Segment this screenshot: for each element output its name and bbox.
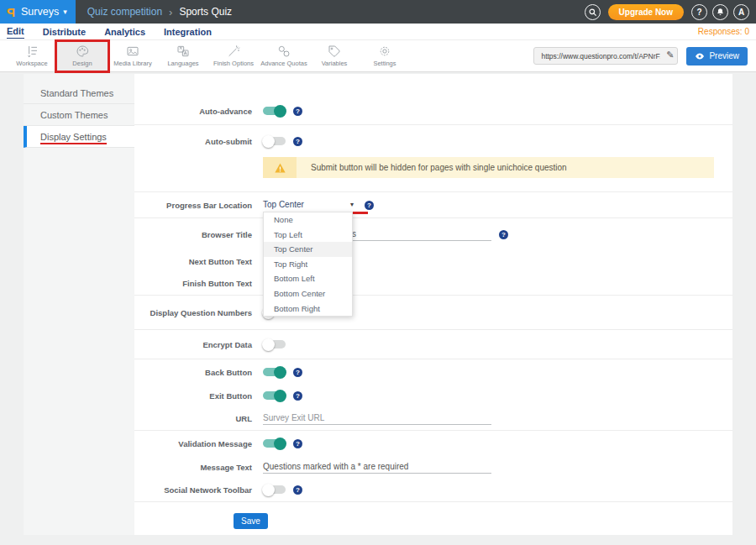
back-button-help-icon[interactable]: ? <box>293 368 302 377</box>
responses-count[interactable]: Responses: 0 <box>698 27 749 36</box>
auto-submit-label: Auto-submit <box>134 137 252 146</box>
auto-submit-row: Auto-submit ? <box>134 125 732 157</box>
auto-advance-help-icon[interactable]: ? <box>293 107 302 116</box>
help-menu-button[interactable]: ? <box>691 4 707 20</box>
dropdown-option-top-center[interactable]: Top Center <box>264 242 352 257</box>
toolbar-item-media-library[interactable]: Media Library <box>108 42 158 71</box>
social-network-toolbar-row: Social Network Toolbar ? <box>134 478 732 501</box>
preview-label: Preview <box>709 51 739 60</box>
search-icon <box>588 8 597 17</box>
toolbar-item-workspace[interactable]: Workspace <box>7 42 57 71</box>
breadcrumb-survey-name: Sports Quiz <box>179 6 232 18</box>
validation-message-help-icon[interactable]: ? <box>293 439 302 448</box>
save-button[interactable]: Save <box>234 513 268 529</box>
toolbar-item-design[interactable]: Design <box>57 42 108 71</box>
tab-integration[interactable]: Integration <box>164 25 212 39</box>
progress-bar-location-label: Progress Bar Location <box>134 201 252 210</box>
auto-advance-toggle[interactable] <box>263 107 286 115</box>
progress-bar-location-select[interactable]: Top Center ▾ <box>263 198 357 212</box>
exit-button-row: Exit Button ? <box>134 385 732 406</box>
back-button-toggle[interactable] <box>263 368 286 376</box>
divider <box>134 501 732 502</box>
progress-bar-location-dropdown: None Top Left Top Center Top Right Botto… <box>263 212 353 317</box>
exit-url-row: URL <box>134 406 732 430</box>
browser-title-help-icon[interactable]: ? <box>499 230 508 239</box>
auto-submit-warning: Submit button will be hidden for pages w… <box>263 157 714 178</box>
edit-url-pencil-icon[interactable]: ✎ <box>666 50 674 60</box>
next-button-text-row: Next Button Text <box>134 250 732 272</box>
workspace-icon <box>25 45 39 58</box>
message-text-label: Message Text <box>134 463 252 472</box>
surveys-menu[interactable]: P Surveys ▾ <box>0 0 76 24</box>
encrypt-data-toggle[interactable] <box>263 340 286 348</box>
display-settings-panel: Auto-advance ? Auto-submit ? Submit butt… <box>134 74 732 535</box>
dropdown-option-bottom-left[interactable]: Bottom Left <box>264 271 352 286</box>
auto-advance-label: Auto-advance <box>134 107 252 116</box>
dropdown-option-top-right[interactable]: Top Right <box>264 257 352 272</box>
social-network-toolbar-help-icon[interactable]: ? <box>293 485 302 495</box>
design-palette-icon <box>76 45 89 58</box>
media-library-icon <box>126 45 139 58</box>
message-text-input[interactable] <box>263 460 491 474</box>
selected-option: Top Center <box>263 200 304 209</box>
toolbar-item-languages[interactable]: Languages <box>158 42 208 71</box>
warning-text: Submit button will be hidden for pages w… <box>297 157 714 178</box>
browser-title-row: Browser Title s ? <box>134 218 732 250</box>
auto-advance-row: Auto-advance ? <box>134 97 732 124</box>
toolbar-item-variables[interactable]: Variables <box>309 42 360 71</box>
browser-title-label: Browser Title <box>134 230 252 239</box>
survey-url-input[interactable] <box>533 47 678 65</box>
advance-quotas-chain-icon <box>277 45 291 58</box>
eye-icon <box>695 51 705 61</box>
secondary-nav: Edit Distribute Analytics Integration Re… <box>0 24 756 40</box>
validation-message-toggle[interactable] <box>263 439 286 448</box>
toolbar-item-label: Variables <box>322 60 348 67</box>
exit-button-help-icon[interactable]: ? <box>293 391 302 401</box>
variables-tag-icon <box>328 45 341 58</box>
exit-button-label: Exit Button <box>134 391 252 401</box>
product-label: Surveys <box>21 6 59 18</box>
display-question-numbers-row: Display Question Numbers <box>134 296 732 329</box>
warning-icon-cell <box>263 157 297 178</box>
sidebar-item-standard-themes[interactable]: Standard Themes <box>24 82 134 104</box>
notifications-button[interactable] <box>712 4 728 20</box>
dropdown-option-bottom-right[interactable]: Bottom Right <box>264 301 352 317</box>
encrypt-data-label: Encrypt Data <box>134 340 252 349</box>
breadcrumb-folder[interactable]: Quiz competition <box>87 6 162 18</box>
languages-icon <box>176 45 190 58</box>
tab-analytics[interactable]: Analytics <box>104 25 145 39</box>
design-toolbar: Workspace Design Media Library Languages… <box>0 40 756 72</box>
validation-message-label: Validation Message <box>134 439 252 448</box>
upgrade-now-button[interactable]: Upgrade Now <box>608 4 684 20</box>
tab-edit[interactable]: Edit <box>7 24 24 39</box>
sidebar-item-display-settings[interactable]: Display Settings <box>24 126 134 148</box>
toolbar-item-label: Design <box>72 60 92 67</box>
dropdown-option-none[interactable]: None <box>264 212 352 228</box>
sidebar-item-custom-themes[interactable]: Custom Themes <box>24 104 134 126</box>
annotation-underline-display-settings: Display Settings <box>40 132 107 144</box>
search-button[interactable] <box>585 4 601 20</box>
dropdown-option-bottom-center[interactable]: Bottom Center <box>264 286 352 301</box>
settings-gear-icon <box>378 45 391 58</box>
toolbar-item-advance-quotas[interactable]: Advance Quotas <box>259 42 309 71</box>
toolbar-item-settings[interactable]: Settings <box>360 42 410 71</box>
toolbar-item-label: Media Library <box>113 60 151 67</box>
finish-button-text-row: Finish Button Text <box>134 272 732 295</box>
account-avatar[interactable]: A <box>733 4 749 20</box>
back-button-label: Back Button <box>134 368 252 377</box>
toolbar-item-label: Advance Quotas <box>260 60 307 67</box>
dropdown-option-top-left[interactable]: Top Left <box>264 228 352 243</box>
preview-button[interactable]: Preview <box>686 47 748 66</box>
chevron-down-icon: ▾ <box>63 8 67 16</box>
progress-bar-help-icon[interactable]: ? <box>365 201 374 210</box>
breadcrumb: Quiz competition › Sports Quiz <box>87 6 232 18</box>
toolbar-item-finish-options[interactable]: Finish Options <box>208 42 259 71</box>
tab-distribute[interactable]: Distribute <box>43 25 86 39</box>
exit-button-toggle[interactable] <box>263 391 286 400</box>
auto-submit-toggle[interactable] <box>263 137 286 145</box>
social-network-toolbar-toggle[interactable] <box>263 485 286 494</box>
toolbar-item-label: Languages <box>167 60 198 67</box>
exit-url-input[interactable] <box>263 411 491 425</box>
exit-url-label: URL <box>134 414 252 423</box>
auto-submit-help-icon[interactable]: ? <box>293 137 302 146</box>
